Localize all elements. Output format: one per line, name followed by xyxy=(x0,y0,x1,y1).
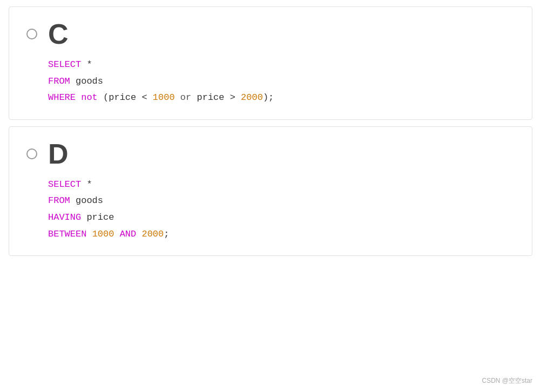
code-token: 2000 xyxy=(241,92,263,103)
code-token: goods xyxy=(70,195,103,206)
option-card-d: DSELECT *FROM goodsHAVING price BETWEEN … xyxy=(9,126,532,256)
code-token: 2000 xyxy=(141,229,164,239)
code-line: FROM goods xyxy=(48,193,515,209)
code-token: AND xyxy=(114,229,141,239)
watermark: CSDN @空空star xyxy=(482,376,532,386)
code-token: SELECT xyxy=(48,179,81,190)
option-label-d: D xyxy=(48,140,69,168)
code-token: FROM xyxy=(48,76,70,86)
option-label-c: C xyxy=(48,20,69,48)
code-token: (price < xyxy=(98,92,153,103)
code-block-c: SELECT *FROM goodsWHERE not (price < 100… xyxy=(48,57,515,106)
code-token: * xyxy=(81,59,92,70)
code-line: BETWEEN 1000 AND 2000; xyxy=(48,226,515,243)
code-token: or xyxy=(175,92,192,103)
code-line: FROM goods xyxy=(48,73,515,90)
code-token: SELECT xyxy=(48,59,81,70)
code-token: goods xyxy=(70,76,103,86)
code-token: 1000 xyxy=(153,92,175,103)
code-line: SELECT * xyxy=(48,57,515,73)
radio-c[interactable] xyxy=(26,29,37,39)
code-token: not xyxy=(76,92,98,103)
code-line: SELECT * xyxy=(48,177,515,193)
code-token: WHERE xyxy=(48,92,76,103)
radio-d[interactable] xyxy=(26,148,37,159)
code-token: * xyxy=(81,179,92,190)
code-token: price xyxy=(81,212,114,222)
code-token: HAVING xyxy=(48,212,81,222)
code-block-d: SELECT *FROM goodsHAVING price BETWEEN 1… xyxy=(48,177,515,242)
code-token: price > xyxy=(191,92,241,103)
code-token: BETWEEN xyxy=(48,229,86,239)
option-card-c: CSELECT *FROM goodsWHERE not (price < 10… xyxy=(9,6,532,120)
code-line: HAVING price xyxy=(48,209,515,226)
code-line: WHERE not (price < 1000 or price > 2000)… xyxy=(48,90,515,106)
option-header-d: D xyxy=(26,140,515,168)
code-token xyxy=(86,229,92,239)
option-header-c: C xyxy=(26,20,515,48)
code-token: ; xyxy=(164,229,169,239)
code-token: FROM xyxy=(48,195,70,206)
code-token: ); xyxy=(263,92,274,103)
code-token: 1000 xyxy=(92,229,114,239)
